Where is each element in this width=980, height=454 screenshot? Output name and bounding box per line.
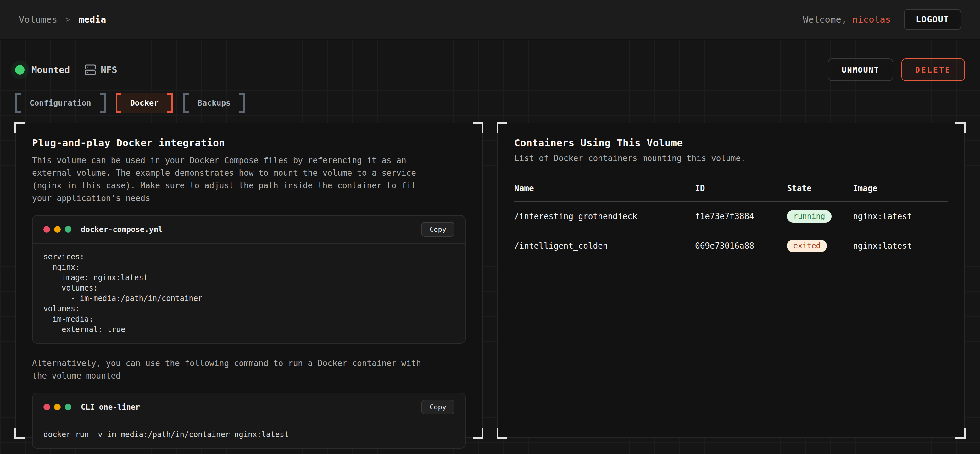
compose-code: services: nginx: image: nginx:latest vol… <box>33 244 465 343</box>
column-header-state: State <box>787 184 853 193</box>
bracket-right-icon <box>239 93 245 113</box>
red-dot-icon <box>43 226 50 233</box>
container-name: /interesting_grothendieck <box>514 211 695 221</box>
cli-code: docker run -v im-media:/path/in/containe… <box>33 421 465 448</box>
tab-label: Docker <box>130 98 159 108</box>
delete-button[interactable]: DELETE <box>901 59 965 81</box>
tab-bar: Configuration Docker Backups <box>15 93 965 113</box>
container-id: f1e73e7f3884 <box>695 211 787 221</box>
container-id: 069e73016a88 <box>695 241 787 251</box>
yellow-dot-icon <box>54 226 61 233</box>
breadcrumb-current-page: media <box>79 14 106 25</box>
tab-label: Backups <box>197 98 231 108</box>
panel-corner-icon <box>496 428 507 438</box>
table-header-row: Name ID State Image <box>514 184 948 202</box>
traffic-lights-icon <box>43 404 72 410</box>
driver-indicator: NFS <box>84 64 117 76</box>
yellow-dot-icon <box>54 404 61 410</box>
chevron-right-icon: > <box>65 15 70 24</box>
panel-description: This volume can be used in your Docker C… <box>32 154 426 204</box>
panel-title: Containers Using This Volume <box>514 137 948 148</box>
status-row: Mounted NFS UNMOUNT DELETE <box>15 40 965 81</box>
column-header-name: Name <box>514 184 695 193</box>
container-image: nginx:latest <box>853 211 948 221</box>
tab-label: Configuration <box>30 98 91 108</box>
username: nicolas <box>852 14 891 25</box>
traffic-lights-icon <box>43 226 72 233</box>
bracket-right-icon <box>167 93 173 113</box>
compose-code-block: docker-compose.yml Copy services: nginx:… <box>32 215 466 344</box>
logout-button[interactable]: LOGOUT <box>904 9 961 30</box>
tab-docker[interactable]: Docker <box>116 93 173 113</box>
tab-backups[interactable]: Backups <box>183 93 245 113</box>
green-dot-icon <box>65 226 72 233</box>
bracket-left-icon <box>116 93 121 113</box>
column-header-id: ID <box>695 184 787 193</box>
mounted-status-label: Mounted <box>32 65 70 75</box>
driver-label: NFS <box>101 65 117 75</box>
column-header-image: Image <box>853 184 948 193</box>
main-content: Mounted NFS UNMOUNT DELETE Configuration <box>0 40 980 454</box>
bracket-right-icon <box>100 93 106 113</box>
bracket-left-icon <box>183 93 189 113</box>
status-badge: exited <box>787 240 827 252</box>
welcome-prefix: Welcome, <box>803 14 852 25</box>
container-image: nginx:latest <box>853 241 948 251</box>
cli-code-block: CLI one-liner Copy docker run -v im-medi… <box>32 393 466 449</box>
panel-corner-icon <box>473 428 484 438</box>
panel-corner-icon <box>14 428 25 438</box>
panel-corner-icon <box>496 122 507 133</box>
cli-intro-text: Alternatively, you can use the following… <box>32 357 426 382</box>
panel-corner-icon <box>955 122 966 133</box>
container-name: /intelligent_colden <box>514 241 695 251</box>
bracket-left-icon <box>15 93 21 113</box>
panel-subtitle: List of Docker containers mounting this … <box>514 154 948 163</box>
docker-integration-panel: Plug-and-play Docker integration This vo… <box>15 122 483 438</box>
tab-configuration[interactable]: Configuration <box>15 93 106 113</box>
containers-table: Name ID State Image /interesting_grothen… <box>514 184 948 260</box>
containers-panel: Containers Using This Volume List of Doc… <box>497 122 965 438</box>
unmount-button[interactable]: UNMOUNT <box>828 59 893 81</box>
green-dot-icon <box>65 404 72 410</box>
top-bar: Volumes > media Welcome, nicolas LOGOUT <box>0 0 980 40</box>
table-row: /interesting_grothendieck f1e73e7f3884 r… <box>514 202 948 232</box>
panel-title: Plug-and-play Docker integration <box>32 137 466 148</box>
code-filename: CLI one-liner <box>81 403 140 411</box>
panel-corner-icon <box>14 122 25 133</box>
copy-compose-button[interactable]: Copy <box>422 222 455 237</box>
red-dot-icon <box>43 404 50 410</box>
server-icon <box>84 64 96 76</box>
panel-corner-icon <box>955 428 966 438</box>
panel-corner-icon <box>473 122 484 133</box>
breadcrumb: Volumes > media <box>19 14 106 25</box>
welcome-text: Welcome, nicolas <box>803 14 891 25</box>
copy-cli-button[interactable]: Copy <box>422 400 455 414</box>
mounted-status-dot-icon <box>15 65 24 75</box>
breadcrumb-volumes-link[interactable]: Volumes <box>19 14 57 25</box>
code-filename: docker-compose.yml <box>81 225 162 234</box>
table-row: /intelligent_colden 069e73016a88 exited … <box>514 232 948 260</box>
status-badge: running <box>787 210 831 222</box>
